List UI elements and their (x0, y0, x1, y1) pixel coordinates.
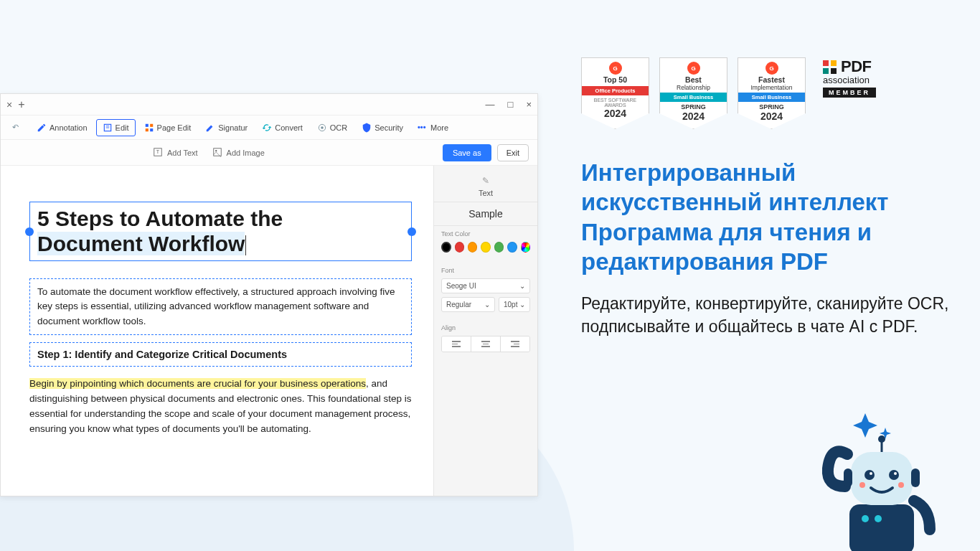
align-center-icon (481, 341, 490, 347)
chevron-down-icon: ⌄ (484, 301, 490, 309)
exit-button[interactable]: Exit (497, 144, 529, 161)
font-label: Font (441, 267, 530, 274)
save-as-button[interactable]: Save as (443, 144, 491, 161)
pdf-squares-icon (823, 60, 837, 74)
more-icon: ••• (418, 123, 428, 133)
security-label: Security (374, 123, 403, 132)
undo-button[interactable]: ↶ (6, 120, 28, 136)
badge-fastest-implementation: G Fastest Implementation Small Business … (738, 57, 806, 129)
font-size-select[interactable]: 10pt ⌄ (499, 297, 530, 312)
badge-best-relationship: G Best Relationship Small Business SPRIN… (659, 57, 727, 129)
color-orange[interactable] (468, 242, 477, 253)
member-badge: MEMBER (823, 88, 876, 98)
color-blue[interactable] (507, 242, 517, 253)
add-text-icon: T (153, 147, 163, 159)
svg-point-17 (864, 470, 875, 480)
color-yellow[interactable] (481, 242, 490, 253)
signature-button[interactable]: Signatur (199, 120, 253, 136)
add-image-label: Add Image (227, 149, 265, 157)
tab-add-icon[interactable]: + (18, 98, 24, 111)
robot-illustration (779, 400, 944, 551)
color-black[interactable] (441, 242, 451, 253)
add-text-label: Add Text (167, 149, 198, 157)
marketing-headline: Интегрированный искусственный интеллект … (581, 158, 951, 276)
page-edit-button[interactable]: Page Edit (138, 120, 197, 136)
add-text-button[interactable]: T Add Text (153, 147, 198, 159)
svg-rect-12 (851, 452, 913, 505)
app-window: × + — □ × ↶ Annotation (0, 93, 538, 496)
text-color-label: Text Color (441, 230, 530, 237)
tab-close-icon[interactable]: × (6, 99, 12, 110)
svg-point-10 (215, 150, 217, 151)
window-minimize-button[interactable]: — (486, 99, 495, 110)
marketing-subhead: Редактируйте, конвертируйте, сканируйте … (581, 292, 951, 338)
add-image-button[interactable]: Add Image (212, 147, 265, 159)
annotation-button[interactable]: Annotation (31, 120, 93, 136)
annotation-label: Annotation (50, 123, 88, 132)
security-button[interactable]: Security (356, 120, 409, 136)
signature-label: Signatur (218, 123, 248, 132)
window-close-button[interactable]: × (526, 99, 532, 110)
font-weight-select[interactable]: Regular ⌄ (441, 297, 495, 312)
svg-rect-9 (213, 148, 221, 156)
convert-button[interactable]: Convert (256, 120, 308, 136)
step1-heading: Step 1: Identify and Categorize Critical… (37, 349, 404, 360)
document-canvas[interactable]: 5 Steps to Automate the Document Workflo… (1, 166, 433, 496)
pen-icon (37, 123, 47, 133)
align-center-button[interactable] (471, 336, 501, 352)
align-left-icon (452, 341, 461, 347)
ocr-button[interactable]: OCR (311, 120, 353, 136)
shield-icon (362, 123, 372, 133)
convert-icon (262, 123, 272, 133)
step-heading-box[interactable]: Step 1: Identify and Categorize Critical… (29, 342, 412, 367)
panel-text-label: Text (441, 189, 530, 197)
svg-point-23 (862, 515, 869, 522)
undo-icon: ↶ (12, 123, 22, 133)
svg-rect-1 (145, 123, 148, 126)
svg-rect-16 (911, 468, 920, 487)
svg-text:T: T (156, 149, 160, 154)
ocr-label: OCR (330, 123, 347, 132)
svg-point-22 (898, 482, 904, 488)
color-green[interactable] (494, 242, 504, 253)
title-selection-box[interactable]: 5 Steps to Automate the Document Workflo… (29, 202, 412, 261)
badges-row: G Top 50 Office Products BEST SOFTWARE A… (581, 57, 951, 129)
svg-rect-3 (145, 128, 148, 131)
align-right-icon (511, 341, 519, 347)
more-button[interactable]: ••• More (412, 120, 454, 136)
align-right-button[interactable] (501, 336, 529, 352)
highlighted-text: Begin by pinpointing which documents are… (29, 378, 366, 389)
document-title: 5 Steps to Automate the Document Workflo… (37, 207, 404, 256)
badge-top50: G Top 50 Office Products BEST SOFTWARE A… (581, 57, 649, 129)
intro-paragraph-box[interactable]: To automate the document workflow effect… (29, 278, 412, 335)
color-rainbow[interactable] (521, 242, 530, 253)
color-red[interactable] (455, 242, 464, 253)
sub-toolbar: T Add Text Add Image Save as Exit (1, 140, 537, 166)
intro-text: To automate the document workflow effect… (37, 285, 404, 329)
window-maximize-button[interactable]: □ (508, 99, 514, 110)
svg-point-14 (878, 435, 885, 443)
align-label: Align (441, 324, 530, 331)
svg-rect-15 (844, 468, 852, 487)
svg-rect-4 (150, 128, 153, 131)
add-image-icon (212, 147, 222, 159)
svg-rect-2 (150, 123, 153, 126)
association-text: association (823, 75, 870, 85)
svg-point-18 (889, 470, 899, 480)
svg-point-19 (870, 472, 872, 475)
svg-point-6 (321, 126, 324, 129)
g2-logo-icon: G (765, 62, 778, 75)
more-label: More (430, 123, 448, 132)
align-left-button[interactable] (442, 336, 471, 352)
marketing-section: G Top 50 Office Products BEST SOFTWARE A… (538, 0, 980, 551)
chevron-down-icon: ⌄ (519, 301, 525, 309)
brush-icon: ✎ (482, 176, 489, 186)
page-edit-label: Page Edit (157, 123, 192, 132)
svg-point-21 (859, 482, 865, 488)
g2-logo-icon: G (609, 62, 622, 75)
g2-logo-icon: G (687, 62, 700, 75)
svg-rect-11 (849, 504, 914, 551)
font-family-select[interactable]: Seoge UI ⌄ (441, 278, 530, 293)
main-toolbar: ↶ Annotation Edit (1, 116, 537, 140)
edit-button[interactable]: Edit (96, 119, 136, 136)
